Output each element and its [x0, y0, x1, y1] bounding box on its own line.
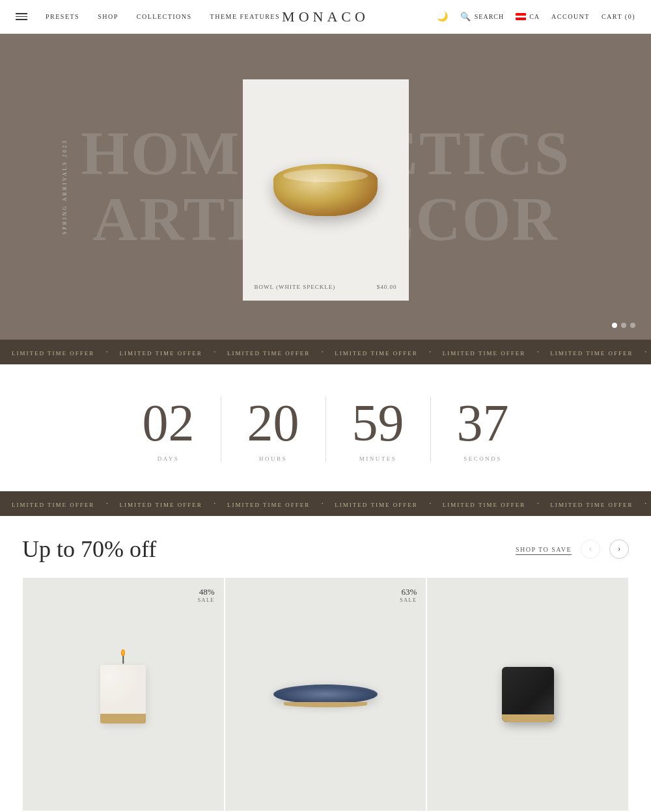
hero-dot-3[interactable]	[630, 323, 635, 328]
ticker-item: LIMITED TIME OFFER	[538, 350, 644, 357]
countdown-minutes-value: 59	[352, 397, 404, 449]
countdown-days-value: 02	[143, 397, 195, 449]
countdown-hours-value: 20	[247, 397, 299, 449]
navbar: PRESETS SHOP COLLECTIONS THEME FEATURES …	[0, 0, 651, 34]
ticker-item: LIMITED TIME OFFER	[215, 350, 322, 357]
sale-header: Up to 70% off SHOP TO SAVE ‹ ›	[22, 535, 629, 563]
shop-to-save-link[interactable]: SHOP TO SAVE	[516, 546, 572, 553]
nav-link-theme-features[interactable]: THEME FEATURES	[210, 13, 280, 20]
nav-link-shop[interactable]: SHOP	[98, 13, 118, 20]
product-badge-candle: 48% SALE	[198, 587, 215, 603]
hero-dot-1[interactable]	[612, 323, 617, 328]
ticker-item: LIMITED TIME OFFER	[538, 502, 644, 508]
products-grid: 48% SALE 63% SALE	[22, 577, 629, 811]
countdown-hours: 20 HOURS	[221, 397, 326, 462]
product-name: BOWL (WHITE SPECKLE)	[255, 284, 336, 290]
region-selector[interactable]: CA	[516, 13, 540, 20]
candle-flame	[121, 649, 125, 656]
ticker-inner-bottom: LIMITED TIME OFFER • LIMITED TIME OFFER …	[0, 502, 651, 508]
ticker-item: LIMITED TIME OFFER	[323, 350, 429, 357]
product-card-dark-cup[interactable]	[426, 577, 629, 811]
nav-brand-container: MONACO	[282, 8, 369, 25]
candle-image	[100, 665, 146, 724]
ticker-item: LIMITED TIME OFFER	[431, 350, 537, 357]
dark-cup-image	[502, 667, 554, 722]
product-badge-plate: 63% SALE	[400, 587, 417, 603]
candle-wick	[123, 656, 124, 664]
account-link[interactable]: ACCOUNT	[551, 13, 590, 20]
hero-section: SPRING ARRIVALS 2023 HOM ETICS ARTIS ECO…	[0, 34, 651, 340]
sale-title: Up to 70% off	[22, 535, 156, 563]
ticker-item: LIMITED TIME OFFER	[431, 502, 537, 508]
search-icon: 🔍	[460, 12, 471, 22]
countdown-days-label: DAYS	[158, 455, 180, 462]
countdown-seconds-label: SECONDS	[464, 455, 502, 462]
ticker-item: LIMITED TIME OFFER	[107, 502, 214, 508]
product-card-candle[interactable]: 48% SALE	[22, 577, 225, 811]
sale-nav: SHOP TO SAVE ‹ ›	[516, 539, 629, 559]
ticker-item: LIMITED TIME OFFER	[323, 502, 429, 508]
candle-badge-pct: 48%	[198, 587, 215, 597]
candle-badge-label: SALE	[198, 597, 215, 603]
plate-badge-label: SALE	[400, 597, 417, 603]
plate-badge-pct: 63%	[400, 587, 417, 597]
sale-section: Up to 70% off SHOP TO SAVE ‹ › 48% SALE …	[0, 516, 651, 812]
prev-arrow-button[interactable]: ‹	[581, 539, 600, 559]
ticker-item: LIMITED TIME OFFER	[215, 502, 322, 508]
flag-icon	[516, 13, 526, 20]
nav-link-collections[interactable]: COLLECTIONS	[137, 13, 192, 20]
hero-pagination-dots	[612, 323, 635, 328]
countdown-section: 02 DAYS 20 HOURS 59 MINUTES 37 SECONDS	[0, 364, 651, 491]
ticker-item: LIMITED TIME OFFER	[0, 350, 106, 357]
nav-right: 🌙 🔍 SEARCH CA ACCOUNT CART (0)	[437, 11, 635, 22]
dark-mode-icon[interactable]: 🌙	[437, 11, 449, 22]
countdown-seconds-value: 37	[457, 397, 509, 449]
hero-dot-2[interactable]	[621, 323, 626, 328]
ticker-item: LIMITED TIME OFFER	[646, 502, 651, 508]
nav-left: PRESETS SHOP COLLECTIONS THEME FEATURES	[16, 13, 280, 20]
ticker-inner-top: LIMITED TIME OFFER • LIMITED TIME OFFER …	[0, 350, 651, 357]
countdown-seconds: 37 SECONDS	[431, 397, 535, 462]
countdown-minutes-label: MINUTES	[359, 455, 397, 462]
hero-product-label: BOWL (WHITE SPECKLE) $40.00	[243, 284, 409, 290]
product-card-plate[interactable]: 63% SALE	[225, 577, 427, 811]
ticker-item: LIMITED TIME OFFER	[0, 502, 106, 508]
ticker-top: LIMITED TIME OFFER • LIMITED TIME OFFER …	[0, 340, 651, 364]
product-price: $40.00	[377, 284, 397, 290]
cart-link[interactable]: CART (0)	[602, 13, 635, 20]
hamburger-button[interactable]	[16, 13, 27, 20]
nav-link-presets[interactable]: PRESETS	[46, 13, 79, 20]
plate-image	[273, 684, 378, 704]
ticker-item: LIMITED TIME OFFER	[107, 350, 214, 357]
next-arrow-button[interactable]: ›	[609, 539, 629, 559]
countdown-days: 02 DAYS	[117, 397, 221, 462]
search-button[interactable]: 🔍 SEARCH	[460, 12, 504, 22]
hero-product-card[interactable]: BOWL (WHITE SPECKLE) $40.00	[243, 79, 409, 301]
ticker-item: LIMITED TIME OFFER	[646, 350, 651, 357]
bowl-image	[273, 164, 378, 216]
countdown-hours-label: HOURS	[259, 455, 287, 462]
countdown-minutes: 59 MINUTES	[326, 397, 431, 462]
ticker-bottom: LIMITED TIME OFFER • LIMITED TIME OFFER …	[0, 491, 651, 516]
brand-logo[interactable]: MONACO	[282, 8, 369, 25]
